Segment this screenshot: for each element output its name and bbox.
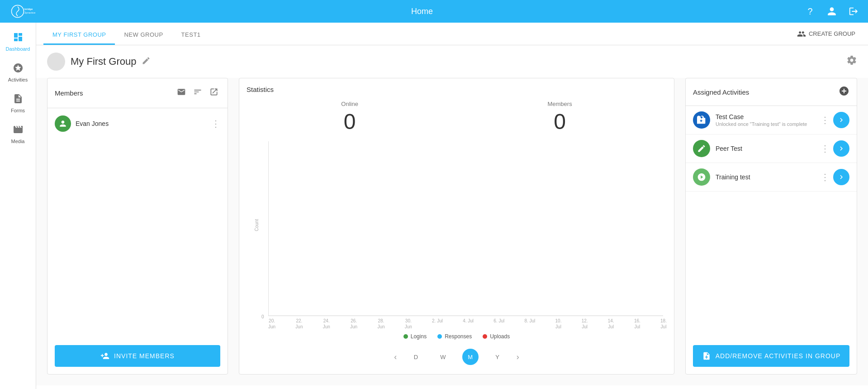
activity-go-peer-test[interactable]	[833, 140, 849, 157]
group-title-area: My First Group	[47, 53, 151, 71]
activity-go-training-test[interactable]	[833, 169, 849, 185]
group-avatar	[47, 53, 65, 71]
activities-icon	[13, 62, 24, 75]
member-name: Evan Jones	[76, 120, 109, 127]
legend-uploads-label: Uploads	[490, 333, 510, 340]
media-icon	[13, 124, 24, 137]
members-panel: Members	[47, 78, 228, 375]
sidebar-item-forms[interactable]: Forms	[0, 88, 36, 119]
sidebar-media-label: Media	[11, 139, 25, 144]
dashboard-icon	[13, 32, 24, 44]
member-left: Evan Jones	[55, 115, 109, 132]
sidebar: Dashboard Activities Forms Media	[0, 23, 36, 389]
tabs-list: MY FIRST GROUP NEW GROUP TEST1	[43, 23, 210, 45]
members-stat-value: 0	[547, 109, 572, 134]
legend-logins: Logins	[403, 333, 427, 340]
chart-y-label: Count	[254, 219, 259, 231]
chart-svg	[269, 141, 663, 316]
activity-info-test-case: Test Case Unlocked once "Training test" …	[716, 113, 807, 127]
legend-responses: Responses	[437, 333, 472, 340]
activity-icon-peer-test	[693, 140, 710, 157]
main-content: MY FIRST GROUP NEW GROUP TEST1 CREATE GR…	[36, 23, 868, 389]
create-group-label: CREATE GROUP	[809, 30, 855, 37]
sidebar-item-dashboard[interactable]: Dashboard	[0, 26, 36, 57]
legend-responses-dot	[437, 334, 442, 339]
members-stat: Members 0	[547, 101, 572, 134]
svg-text:bridge: bridge	[24, 8, 33, 10]
activity-right-peer-test: ⋮	[821, 140, 849, 157]
header-title: Home	[411, 7, 433, 16]
sidebar-activities-label: Activities	[8, 77, 28, 82]
chart-area: Count 0	[268, 141, 663, 316]
activity-sub-test-case: Unlocked once "Training test" is complet…	[716, 121, 807, 127]
create-group-button[interactable]: CREATE GROUP	[792, 27, 861, 41]
online-value: 0	[341, 109, 358, 134]
chart-period-nav: ‹ D W M Y ›	[247, 343, 667, 367]
help-icon[interactable]: ?	[803, 4, 817, 19]
tab-my-first-group[interactable]: MY FIRST GROUP	[43, 23, 115, 45]
activity-go-test-case[interactable]	[833, 112, 849, 128]
svg-text:2practice: 2practice	[24, 11, 36, 14]
chart-zero-label: 0	[261, 314, 264, 319]
statistics-panel: Statistics Online 0 Members 0 Count 0	[239, 78, 674, 375]
logout-icon[interactable]	[846, 4, 861, 19]
sidebar-dashboard-label: Dashboard	[6, 46, 30, 52]
content-body: Members	[36, 78, 868, 385]
online-label: Online	[341, 101, 358, 107]
header-icons: ?	[803, 4, 861, 19]
add-activity-icon[interactable]	[839, 86, 849, 98]
activities-panel: Assigned Activities Test Case Unlocked o…	[685, 78, 857, 375]
period-next-arrow[interactable]: ›	[517, 352, 519, 362]
activity-item-training-test: Training test ⋮	[686, 163, 857, 192]
sort-members-icon[interactable]	[191, 86, 204, 101]
legend-uploads-dot	[483, 334, 487, 339]
period-btn-d[interactable]: D	[408, 351, 424, 363]
group-header: My First Group	[36, 45, 868, 78]
activities-panel-title: Assigned Activities	[693, 88, 749, 96]
invite-members-button[interactable]: INVITE MEMBERS	[55, 345, 220, 367]
legend-logins-label: Logins	[411, 333, 427, 340]
tab-test1[interactable]: TEST1	[172, 23, 210, 45]
period-btn-w[interactable]: W	[435, 351, 451, 363]
legend-responses-label: Responses	[445, 333, 472, 340]
member-list: Evan Jones ⋮	[47, 108, 228, 338]
add-remove-activities-button[interactable]: ADD/REMOVE ACTIVITIES IN GROUP	[693, 345, 849, 367]
activity-item-test-case: Test Case Unlocked once "Training test" …	[686, 106, 857, 134]
activity-more-training-test[interactable]: ⋮	[821, 172, 830, 182]
account-icon[interactable]	[825, 4, 839, 19]
export-members-icon[interactable]	[208, 86, 220, 101]
forms-icon	[13, 93, 24, 106]
activity-more-test-case[interactable]: ⋮	[821, 115, 830, 125]
period-btn-m[interactable]: M	[462, 349, 479, 365]
edit-group-icon[interactable]	[142, 56, 151, 67]
email-members-icon[interactable]	[175, 86, 188, 101]
stats-numbers: Online 0 Members 0	[247, 101, 667, 134]
activity-icon-test-case	[693, 111, 710, 129]
members-stat-label: Members	[547, 101, 572, 107]
period-prev-arrow[interactable]: ‹	[394, 352, 397, 362]
sidebar-item-media[interactable]: Media	[0, 119, 36, 149]
members-panel-header: Members	[47, 78, 228, 108]
sidebar-item-activities[interactable]: Activities	[0, 57, 36, 88]
sidebar-forms-label: Forms	[11, 108, 25, 113]
activity-name-peer-test: Peer Test	[716, 145, 742, 152]
members-panel-actions	[175, 86, 220, 101]
legend-uploads: Uploads	[483, 333, 510, 340]
member-more-icon[interactable]: ⋮	[211, 118, 220, 129]
invite-members-label: INVITE MEMBERS	[114, 352, 175, 360]
tabs-bar: MY FIRST GROUP NEW GROUP TEST1 CREATE GR…	[36, 23, 868, 45]
activity-right-training-test: ⋮	[821, 169, 849, 185]
tab-new-group[interactable]: NEW GROUP	[115, 23, 172, 45]
chart-x-labels: 20.Jun 22.Jun 24.Jun 26.Jun 28.Jun 30.Ju…	[247, 316, 667, 330]
top-header: bridge 2practice Home ?	[0, 0, 868, 23]
chart-legend: Logins Responses Uploads	[247, 333, 667, 340]
period-btn-y[interactable]: Y	[489, 351, 506, 363]
members-panel-title: Members	[55, 89, 83, 97]
statistics-title: Statistics	[247, 86, 667, 93]
legend-logins-dot	[403, 334, 408, 339]
activity-name-test-case: Test Case	[716, 113, 807, 120]
activity-more-peer-test[interactable]: ⋮	[821, 143, 830, 154]
online-stat: Online 0	[341, 101, 358, 134]
group-title: My First Group	[71, 56, 136, 67]
group-settings-icon[interactable]	[846, 55, 857, 68]
